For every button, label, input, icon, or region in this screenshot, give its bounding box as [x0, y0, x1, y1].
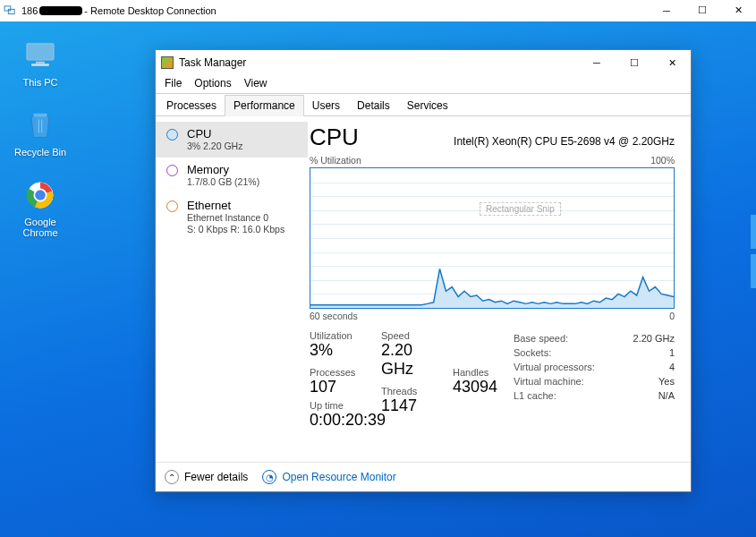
open-resource-monitor-link[interactable]: ◔ Open Resource Monitor: [262, 470, 395, 484]
rdc-title-prefix: 186: [21, 5, 38, 16]
tm-maximize-button[interactable]: ☐: [616, 50, 653, 75]
svg-rect-5: [31, 64, 49, 66]
stat-label: Processes: [310, 367, 374, 378]
rdc-minimize-button[interactable]: ─: [649, 0, 684, 21]
chart-label-tr: 100%: [650, 155, 675, 166]
svg-rect-2: [27, 44, 54, 60]
fewer-details-button[interactable]: ⌃ Fewer details: [165, 470, 248, 484]
chrome-icon: [22, 179, 58, 211]
desktop-icon-label: Recycle Bin: [9, 147, 72, 158]
sidebar-item-cpu[interactable]: CPU3% 2.20 GHz: [156, 122, 308, 158]
stat-label: Speed: [381, 330, 446, 341]
desktop-icon-label: This PC: [9, 77, 72, 88]
rdc-icon: [4, 5, 16, 16]
edge-accent: [751, 254, 756, 288]
tm-menubar: File Options View: [156, 75, 691, 93]
sidebar-item-title: Memory: [187, 163, 259, 176]
menu-view[interactable]: View: [244, 77, 268, 90]
svg-rect-0: [4, 5, 11, 10]
svg-rect-4: [36, 62, 45, 64]
stat-value-threads: 1147: [381, 396, 446, 415]
tm-close-button[interactable]: ✕: [653, 50, 691, 75]
desktop-icon-recycle-bin[interactable]: Recycle Bin: [9, 109, 72, 158]
svg-rect-1: [8, 9, 14, 13]
menu-file[interactable]: File: [165, 77, 182, 90]
remote-desktop[interactable]: This PC Recycle Bin Google Chrome Task M…: [0, 21, 756, 537]
pc-icon: [22, 39, 58, 72]
tm-minimize-button[interactable]: ─: [578, 50, 616, 75]
chevron-up-icon: ⌃: [165, 470, 179, 484]
desktop-icon-label: Google Chrome: [9, 217, 72, 238]
stat-label: Up time: [310, 400, 374, 411]
rdc-title-suffix: - Remote Desktop Connection: [84, 5, 216, 16]
sidebar-item-sub: Ethernet Instance 0 S: 0 Kbps R: 16.0 Kb…: [187, 212, 285, 235]
rdc-close-button[interactable]: ✕: [720, 0, 756, 21]
open-resource-monitor-label: Open Resource Monitor: [282, 471, 395, 483]
stat-value-speed: 2.20 GHz: [381, 341, 446, 379]
fewer-details-label: Fewer details: [184, 471, 248, 483]
stat-value-utilization: 3%: [310, 341, 374, 360]
tm-footer: ⌃ Fewer details ◔ Open Resource Monitor: [156, 462, 691, 491]
tab-users[interactable]: Users: [303, 95, 349, 116]
chart-label-tl: % Utilization: [310, 155, 361, 166]
sidebar-item-ethernet[interactable]: EthernetEthernet Instance 0 S: 0 Kbps R:…: [156, 193, 308, 241]
rdc-title-redacted: [39, 6, 82, 15]
task-manager-window: Task Manager ─ ☐ ✕ File Options View Pro…: [155, 49, 692, 492]
tm-main-pane: CPU Intel(R) Xeon(R) CPU E5-2698 v4 @ 2.…: [308, 116, 691, 462]
stat-label: Utilization: [310, 330, 374, 341]
stat-label: Handles: [453, 367, 506, 378]
tab-details[interactable]: Details: [348, 95, 399, 116]
tab-processes[interactable]: Processes: [157, 95, 225, 116]
resource-monitor-icon: ◔: [262, 470, 276, 484]
cpu-utilization-chart: [310, 167, 675, 309]
sidebar-item-sub: 3% 2.20 GHz: [187, 141, 242, 152]
stat-value-handles: 43094: [453, 378, 506, 396]
recycle-bin-icon: [22, 109, 58, 141]
desktop-icon-this-pc[interactable]: This PC: [9, 39, 72, 88]
sidebar-item-title: Ethernet: [187, 199, 285, 212]
cpu-details-table: Base speed:2.20 GHz Sockets:1 Virtual pr…: [514, 332, 675, 433]
rectangular-snip-overlay: Rectangular Snip: [480, 202, 561, 216]
task-manager-icon: [161, 56, 174, 69]
task-manager-titlebar[interactable]: Task Manager ─ ☐ ✕: [156, 50, 691, 75]
stat-value-processes: 107: [310, 378, 374, 396]
stat-label: Threads: [381, 386, 446, 396]
sidebar-item-memory[interactable]: Memory1.7/8.0 GB (21%): [156, 158, 308, 193]
chart-label-bl: 60 seconds: [310, 311, 358, 321]
chart-label-br: 0: [669, 311, 675, 321]
tm-sidebar: CPU3% 2.20 GHz Memory1.7/8.0 GB (21%) Et…: [156, 116, 308, 462]
page-title: CPU: [310, 124, 359, 151]
task-manager-title: Task Manager: [179, 56, 246, 69]
tab-services[interactable]: Services: [398, 95, 457, 116]
chart-line: [310, 168, 674, 308]
svg-rect-6: [34, 114, 47, 117]
menu-options[interactable]: Options: [194, 77, 231, 90]
sidebar-item-title: CPU: [187, 127, 242, 141]
desktop-icon-chrome[interactable]: Google Chrome: [9, 179, 72, 238]
sidebar-item-sub: 1.7/8.0 GB (21%): [187, 176, 259, 188]
rdc-titlebar: 186 - Remote Desktop Connection ─ ☐ ✕: [0, 0, 756, 21]
edge-accent: [751, 215, 756, 249]
tm-tabs: Processes Performance Users Details Serv…: [156, 94, 691, 116]
rdc-maximize-button[interactable]: ☐: [684, 0, 720, 21]
cpu-description: Intel(R) Xeon(R) CPU E5-2698 v4 @ 2.20GH…: [454, 135, 675, 148]
tab-performance[interactable]: Performance: [225, 95, 304, 116]
